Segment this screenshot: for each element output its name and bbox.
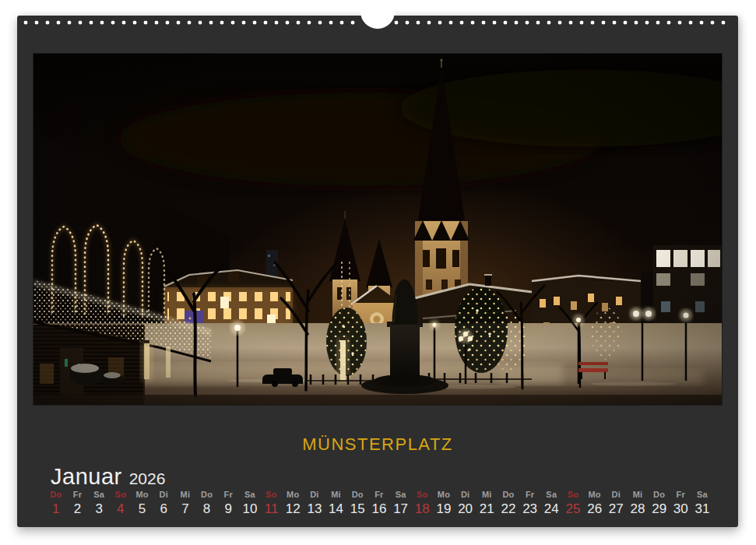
weekday-label: Sa — [390, 490, 412, 499]
weekday-label: Mi — [174, 490, 196, 499]
day-number: 2 — [67, 501, 89, 517]
weekday-label: Fr — [67, 490, 89, 499]
day-number: 23 — [519, 501, 541, 517]
calendar-wall-mockup: { "page": { "background_color": "#ffffff… — [0, 0, 756, 545]
calendar-day: Mo26 — [584, 490, 606, 517]
day-number: 29 — [649, 501, 670, 517]
weekday-label: Mi — [476, 490, 498, 499]
weekday-label: Mi — [325, 490, 347, 499]
calendar-day: Do15 — [346, 490, 368, 517]
calendar-day: Mi28 — [627, 490, 649, 517]
calendar-day: Fr16 — [368, 490, 390, 517]
calendar-day: Fr9 — [217, 490, 239, 517]
month-title: Januar2026 — [51, 464, 165, 490]
weekday-label: Sa — [540, 490, 562, 499]
binding-holes-left — [20, 20, 360, 25]
day-number: 15 — [346, 501, 368, 517]
calendar-day: Sa17 — [390, 490, 412, 517]
calendar-day: So18 — [411, 490, 433, 517]
day-number: 22 — [498, 501, 519, 517]
calendar-day: Do29 — [649, 490, 670, 517]
day-number: 14 — [325, 501, 347, 517]
day-number: 26 — [584, 501, 606, 517]
weekday-label: So — [411, 490, 433, 499]
day-number: 24 — [540, 501, 562, 517]
calendar-day: Sa24 — [540, 490, 562, 517]
calendar-day: Mi7 — [174, 490, 196, 517]
calendar-day: Fr30 — [670, 490, 691, 517]
weekday-label: Do — [346, 490, 368, 499]
hanger-hole — [360, 0, 395, 29]
photo-caption: MÜNSTERPLATZ — [17, 434, 738, 455]
calendar-day: Do8 — [196, 490, 218, 517]
day-number: 18 — [411, 501, 433, 517]
calendar-day: Sa10 — [239, 490, 261, 517]
weekday-label: Di — [304, 490, 325, 499]
year-label: 2026 — [129, 469, 166, 487]
calendar-day: Do22 — [498, 490, 519, 517]
weekday-label: Fr — [368, 490, 390, 499]
calendar-day: So11 — [261, 490, 283, 517]
day-number: 9 — [217, 501, 239, 517]
day-number: 8 — [196, 501, 218, 517]
calendar-day: So4 — [110, 490, 132, 517]
weekday-label: Di — [153, 490, 174, 499]
binding-holes-right — [391, 20, 729, 25]
calendar-day: Mo19 — [433, 490, 455, 517]
day-number: 25 — [562, 501, 584, 517]
day-number: 4 — [110, 501, 132, 517]
day-number: 12 — [282, 501, 304, 517]
calendar-sheet: MÜNSTERPLATZ Januar2026 Do1Fr2Sa3So4Mo5D… — [17, 16, 738, 527]
calendar-day: So25 — [562, 490, 584, 517]
weekday-label: Di — [605, 490, 627, 499]
month-name: Januar — [51, 464, 122, 489]
day-number: 28 — [627, 501, 649, 517]
weekday-label: Do — [649, 490, 670, 499]
day-number: 7 — [174, 501, 196, 517]
calendar-day: Fr23 — [519, 490, 541, 517]
day-number: 6 — [153, 501, 174, 517]
weekday-label: Do — [196, 490, 218, 499]
day-number: 1 — [45, 501, 67, 517]
weekday-label: Mo — [282, 490, 304, 499]
day-number: 31 — [691, 501, 713, 517]
day-number: 21 — [476, 501, 498, 517]
calendar-day: Sa31 — [691, 490, 713, 517]
weekday-label: Sa — [88, 490, 110, 499]
day-number: 30 — [670, 501, 691, 517]
day-number: 10 — [239, 501, 261, 517]
day-number: 3 — [88, 501, 110, 517]
vignette — [33, 54, 722, 405]
weekday-label: So — [110, 490, 132, 499]
weekday-label: Do — [45, 490, 67, 499]
weekday-label: Sa — [691, 490, 713, 499]
weekday-label: So — [261, 490, 283, 499]
calendar-day: Di20 — [455, 490, 476, 517]
calendar-day: Sa3 — [88, 490, 110, 517]
weekday-label: Fr — [519, 490, 541, 499]
weekday-label: Mi — [627, 490, 649, 499]
weekday-label: Mo — [584, 490, 606, 499]
day-number: 13 — [304, 501, 325, 517]
day-number: 16 — [368, 501, 390, 517]
calendar-day: Mo12 — [282, 490, 304, 517]
weekday-label: Di — [455, 490, 476, 499]
weekday-label: Fr — [217, 490, 239, 499]
calendar-day: Do1 — [45, 490, 67, 517]
weekday-label: So — [562, 490, 584, 499]
calendar-day: Fr2 — [67, 490, 89, 517]
weekday-label: Mo — [132, 490, 153, 499]
calendar-row: Do1Fr2Sa3So4Mo5Di6Mi7Do8Fr9Sa10So11Mo12D… — [45, 490, 713, 517]
day-number: 20 — [455, 501, 476, 517]
calendar-day: Mi21 — [476, 490, 498, 517]
muensterplatz-night-scene — [33, 54, 722, 405]
day-number: 17 — [390, 501, 412, 517]
calendar-day: Mo5 — [132, 490, 153, 517]
calendar-photo — [33, 54, 722, 405]
calendar-day: Di13 — [304, 490, 325, 517]
day-number: 11 — [261, 501, 283, 517]
day-number: 27 — [605, 501, 627, 517]
calendar-day: Di27 — [605, 490, 627, 517]
calendar-day: Di6 — [153, 490, 174, 517]
weekday-label: Fr — [670, 490, 691, 499]
